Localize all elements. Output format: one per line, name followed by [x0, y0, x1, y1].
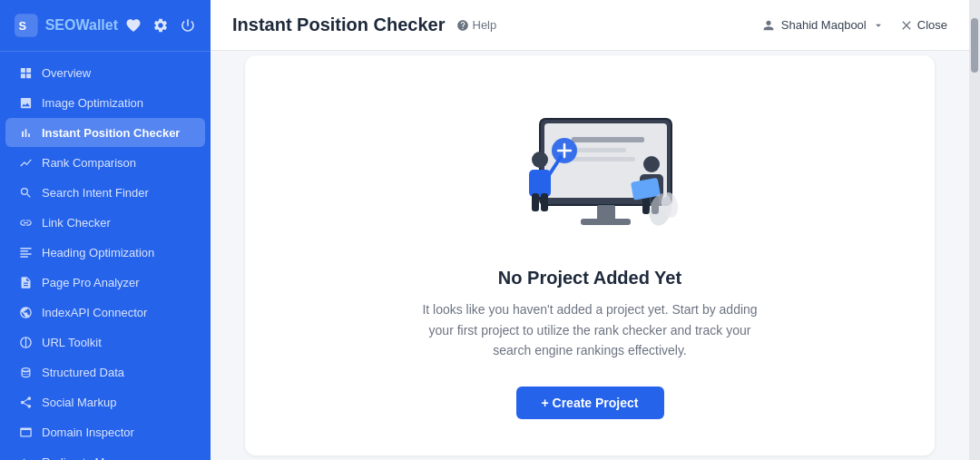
sidebar-item-label: Page Pro Analyzer — [42, 276, 140, 289]
svg-rect-10 — [572, 157, 635, 161]
sidebar-item-label: Instant Position Checker — [42, 126, 180, 140]
brand-logo-icon: S — [15, 13, 38, 38]
grid-icon — [18, 65, 33, 80]
svg-point-16 — [532, 152, 548, 168]
sidebar-item-page-pro-analyzer[interactable]: Page Pro Analyzer — [5, 268, 205, 297]
svg-rect-9 — [572, 148, 626, 152]
chevron-down-icon — [872, 19, 885, 32]
sidebar-item-label: Redirects Manager — [42, 455, 142, 461]
social-icon — [18, 395, 33, 409]
svg-rect-20 — [541, 193, 548, 211]
empty-state-illustration — [499, 92, 681, 246]
globe-icon — [18, 335, 33, 349]
chart-bar-icon — [18, 125, 33, 140]
sidebar-item-label: Search Intent Finder — [42, 186, 149, 200]
chart-line-icon — [18, 155, 33, 170]
brand-name: SEOWallet — [45, 17, 118, 34]
sidebar-item-search-intent-finder[interactable]: Search Intent Finder — [5, 178, 205, 207]
svg-rect-19 — [532, 193, 539, 211]
sidebar-item-label: Social Markup — [42, 396, 116, 409]
sidebar: S SEOWallet Overview Image Optimization — [0, 0, 211, 460]
main-content: Instant Position Checker Help Shahid Maq… — [211, 0, 969, 460]
sidebar-item-redirects-manager[interactable]: Redirects Manager — [5, 447, 205, 460]
svg-text:S: S — [19, 20, 27, 34]
page-title: Instant Position Checker — [232, 15, 446, 35]
heart-icon[interactable] — [125, 17, 142, 34]
domain-icon — [18, 425, 33, 439]
user-name: Shahid Maqbool — [781, 18, 867, 32]
svg-rect-3 — [20, 250, 28, 252]
search-icon — [18, 185, 33, 200]
svg-rect-12 — [581, 219, 631, 225]
sidebar-item-label: Structured Data — [42, 366, 124, 379]
close-icon — [899, 18, 914, 33]
heading-icon — [18, 245, 33, 259]
settings-icon[interactable] — [152, 17, 169, 34]
help-icon — [456, 19, 469, 32]
sidebar-item-image-optimization[interactable]: Image Optimization — [5, 88, 205, 117]
sidebar-item-heading-optimization[interactable]: Heading Optimization — [5, 238, 205, 267]
sidebar-item-link-checker[interactable]: Link Checker — [5, 208, 205, 237]
empty-state-card: No Project Added Yet It looks like you h… — [245, 55, 935, 455]
redirect-icon — [18, 455, 33, 460]
empty-state-description: It looks like you haven't added a projec… — [408, 299, 771, 360]
svg-rect-5 — [20, 256, 28, 258]
create-project-button[interactable]: + Create Project — [516, 387, 664, 419]
header-actions — [125, 17, 196, 34]
power-icon[interactable] — [180, 17, 196, 34]
close-label: Close — [917, 18, 947, 32]
sidebar-item-label: Rank Comparison — [42, 156, 136, 170]
sidebar-item-indexapi-connector[interactable]: IndexAPI Connector — [5, 298, 205, 327]
svg-rect-2 — [20, 247, 32, 249]
sidebar-item-label: Link Checker — [42, 216, 111, 230]
svg-rect-8 — [572, 137, 644, 142]
link-icon — [18, 215, 33, 230]
sidebar-item-url-toolkit[interactable]: URL Toolkit — [5, 328, 205, 357]
sidebar-item-label: Overview — [42, 66, 91, 80]
sidebar-item-rank-comparison[interactable]: Rank Comparison — [5, 148, 205, 177]
sidebar-header: S SEOWallet — [0, 0, 211, 52]
sidebar-item-label: Heading Optimization — [42, 246, 154, 259]
sidebar-item-structured-data[interactable]: Structured Data — [5, 357, 205, 387]
svg-rect-17 — [529, 170, 551, 197]
svg-rect-4 — [20, 253, 32, 255]
sidebar-item-instant-position-checker[interactable]: Instant Position Checker — [5, 118, 205, 147]
database-icon — [18, 365, 33, 379]
user-menu[interactable]: Shahid Maqbool — [761, 18, 885, 33]
image-icon — [18, 95, 33, 110]
sidebar-item-label: Image Optimization — [42, 96, 143, 110]
help-link[interactable]: Help — [456, 18, 497, 32]
topbar: Instant Position Checker Help Shahid Maq… — [211, 0, 969, 51]
user-icon — [761, 18, 776, 33]
file-icon — [18, 275, 33, 289]
api-icon — [18, 305, 33, 319]
nav-menu: Overview Image Optimization Instant Posi… — [0, 52, 211, 460]
content-area: No Project Added Yet It looks like you h… — [211, 51, 969, 460]
help-label: Help — [473, 18, 497, 32]
sidebar-item-label: IndexAPI Connector — [42, 306, 147, 319]
scrollbar-thumb[interactable] — [971, 18, 978, 73]
svg-point-21 — [643, 156, 660, 172]
scrollbar-track — [969, 0, 980, 460]
close-button[interactable]: Close — [899, 18, 947, 33]
sidebar-item-domain-inspector[interactable]: Domain Inspector — [5, 417, 205, 446]
sidebar-item-overview[interactable]: Overview — [5, 58, 205, 87]
topbar-right: Shahid Maqbool Close — [761, 18, 947, 33]
sidebar-item-social-markup[interactable]: Social Markup — [5, 387, 205, 416]
empty-state-title: No Project Added Yet — [498, 268, 681, 289]
sidebar-item-label: Domain Inspector — [42, 426, 134, 439]
svg-rect-23 — [642, 196, 650, 214]
sidebar-item-label: URL Toolkit — [42, 336, 102, 349]
